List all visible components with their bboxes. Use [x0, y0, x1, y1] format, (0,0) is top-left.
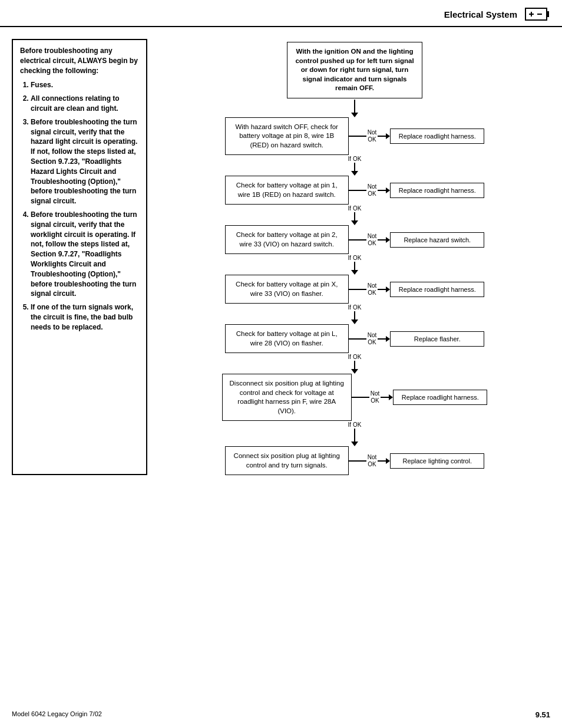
arrow-right-3 — [378, 237, 390, 243]
ifok-2: If OK — [348, 205, 362, 225]
notok-label-2: NotOK — [366, 183, 378, 198]
flow-box-1: With hazard switch OFF, check for batter… — [225, 117, 349, 156]
flow-row-1: With hazard switch OFF, check for batter… — [159, 117, 550, 156]
replacement-2: Replace roadlight harness. — [390, 183, 484, 198]
notok-label-1: NotOK — [366, 129, 378, 144]
list-item-2: All connections relating to circuit are … — [31, 94, 139, 114]
arrow-right-6 — [381, 394, 393, 400]
notok-branch-1: NotOK Replace roadlight harness. — [349, 129, 485, 144]
replacement-7: Replace lighting control. — [390, 453, 484, 469]
left-panel-list: Fuses. All connections relating to circu… — [20, 80, 139, 332]
list-item-1: Fuses. — [31, 80, 139, 90]
flow-container: With the ignition ON and the lighting co… — [159, 42, 550, 475]
replacement-6: Replace roadlight harness. — [393, 390, 487, 405]
replacement-1: Replace roadlight harness. — [390, 129, 484, 144]
replacement-5: Replace flasher. — [390, 331, 484, 347]
svg-rect-0 — [525, 8, 547, 20]
flow-box-3: Check for battery voltage at pin 2, wire… — [225, 225, 349, 254]
notok-branch-3: NotOK Replace hazard switch. — [349, 232, 485, 248]
left-panel-intro: Before troubleshooting any electrical ci… — [20, 46, 139, 75]
flow-row-6: Disconnect six position plug at lighting… — [159, 374, 550, 421]
flow-top-box: With the ignition ON and the lighting co… — [287, 42, 422, 98]
arrow-right-2 — [378, 187, 390, 193]
flow-box-5: Check for battery voltage at pin L, wire… — [225, 324, 349, 353]
ifok-label-4: If OK — [348, 304, 362, 311]
ifok-label-6: If OK — [348, 421, 362, 428]
flow-row-4: Check for battery voltage at pin X, wire… — [159, 275, 550, 304]
svg-rect-1 — [547, 11, 549, 17]
notok-branch-6: NotOK Replace roadlight harness. — [352, 390, 488, 405]
left-panel: Before troubleshooting any electrical ci… — [12, 39, 147, 475]
ifok-label-5: If OK — [348, 354, 362, 360]
notok-label-6: NotOK — [369, 390, 381, 405]
flow-box-7: Connect six position plug at lighting co… — [225, 446, 349, 475]
replacement-3: Replace hazard switch. — [390, 232, 484, 248]
list-item-4: Before troubleshooting the turn signal c… — [31, 210, 139, 299]
notok-branch-4: NotOK Replace roadlight harness. — [349, 282, 485, 297]
notok-label-5: NotOK — [366, 331, 378, 347]
ifok-6: If OK — [348, 421, 362, 446]
ifok-1: If OK — [348, 155, 362, 176]
arrow-right-7 — [378, 458, 390, 464]
header-title: Electrical System — [444, 9, 517, 19]
flow-box-4: Check for battery voltage at pin X, wire… — [225, 275, 349, 304]
notok-branch-2: NotOK Replace roadlight harness. — [349, 183, 485, 198]
flow-row-7: Connect six position plug at lighting co… — [159, 446, 550, 475]
arrow-1 — [351, 100, 358, 117]
flow-box-2: Check for battery voltage at pin 1, wire… — [225, 176, 349, 205]
ifok-3: If OK — [348, 254, 362, 275]
notok-label-7: NotOK — [366, 453, 378, 469]
flowchart-panel: With the ignition ON and the lighting co… — [159, 39, 550, 475]
ifok-4: If OK — [348, 304, 362, 324]
ifok-5: If OK — [348, 353, 362, 374]
ifok-label-3: If OK — [348, 255, 362, 261]
ifok-label-2: If OK — [348, 205, 362, 212]
arrow-right-5 — [378, 336, 390, 342]
arrow-right-4 — [378, 286, 390, 292]
ifok-label-1: If OK — [348, 156, 362, 162]
footer-left: Model 6042 Legacy Origin 7/02 — [12, 710, 102, 719]
notok-branch-7: NotOK Replace lighting control. — [349, 453, 485, 469]
flow-box-6: Disconnect six position plug at lighting… — [222, 374, 352, 421]
footer-right: 9.51 — [535, 710, 550, 719]
replacement-4: Replace roadlight harness. — [390, 282, 484, 297]
arrow-right-1 — [378, 133, 390, 139]
main-content: Before troubleshooting any electrical ci… — [0, 27, 562, 487]
battery-icon — [524, 6, 550, 22]
page-header: Electrical System — [0, 0, 562, 27]
flow-row-5: Check for battery voltage at pin L, wire… — [159, 324, 550, 353]
page-footer: Model 6042 Legacy Origin 7/02 9.51 — [12, 710, 550, 719]
notok-branch-5: NotOK Replace flasher. — [349, 331, 485, 347]
list-item-5: If one of the turn signals work, the cir… — [31, 302, 139, 332]
notok-label-3: NotOK — [366, 232, 378, 248]
notok-label-4: NotOK — [366, 282, 378, 297]
flow-row-3: Check for battery voltage at pin 2, wire… — [159, 225, 550, 254]
list-item-3: Before troubleshooting the turn signal c… — [31, 117, 139, 206]
flow-row-2: Check for battery voltage at pin 1, wire… — [159, 176, 550, 205]
